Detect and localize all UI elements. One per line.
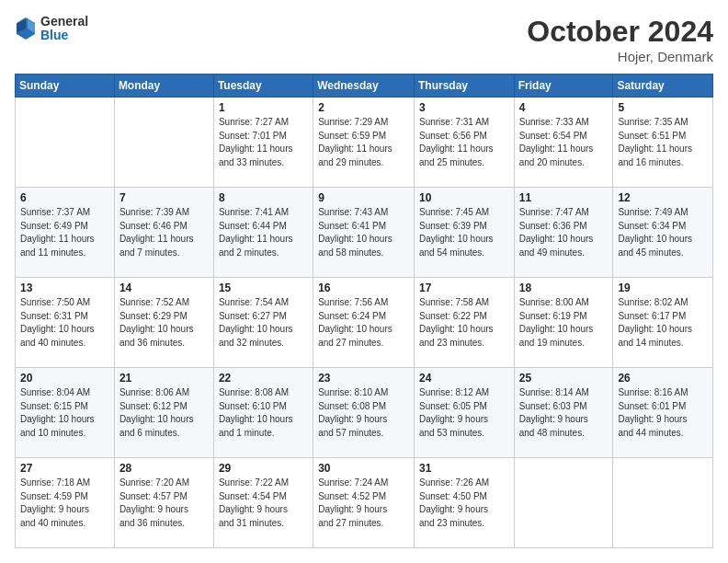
calendar-week-row: 6Sunrise: 7:37 AMSunset: 6:49 PMDaylight… xyxy=(16,188,713,278)
day-info: Sunrise: 8:08 AMSunset: 6:10 PMDaylight:… xyxy=(219,386,308,440)
table-row: 15Sunrise: 7:54 AMSunset: 6:27 PMDayligh… xyxy=(213,278,313,368)
day-number: 28 xyxy=(119,462,209,475)
table-row xyxy=(514,458,613,548)
day-info: Sunrise: 8:04 AMSunset: 6:15 PMDaylight:… xyxy=(20,386,109,440)
day-info: Sunrise: 7:18 AMSunset: 4:59 PMDaylight:… xyxy=(20,477,109,530)
day-info: Sunrise: 7:50 AMSunset: 6:31 PMDaylight:… xyxy=(20,296,109,350)
day-info: Sunrise: 7:49 AMSunset: 6:34 PMDaylight:… xyxy=(618,206,708,259)
day-info: Sunrise: 8:02 AMSunset: 6:17 PMDaylight:… xyxy=(618,296,708,350)
col-friday: Friday xyxy=(514,75,613,98)
table-row: 5Sunrise: 7:35 AMSunset: 6:51 PMDaylight… xyxy=(613,98,713,188)
day-info: Sunrise: 8:00 AMSunset: 6:19 PMDaylight:… xyxy=(519,296,609,350)
table-row: 9Sunrise: 7:43 AMSunset: 6:41 PMDaylight… xyxy=(313,188,415,278)
day-number: 17 xyxy=(419,282,509,294)
col-tuesday: Tuesday xyxy=(213,75,313,98)
day-info: Sunrise: 7:39 AMSunset: 6:46 PMDaylight:… xyxy=(119,206,209,259)
table-row: 22Sunrise: 8:08 AMSunset: 6:10 PMDayligh… xyxy=(213,368,313,458)
day-info: Sunrise: 7:45 AMSunset: 6:39 PMDaylight:… xyxy=(419,206,509,259)
table-row: 27Sunrise: 7:18 AMSunset: 4:59 PMDayligh… xyxy=(16,458,115,548)
logo-icon xyxy=(15,16,37,41)
table-row: 26Sunrise: 8:16 AMSunset: 6:01 PMDayligh… xyxy=(613,368,713,458)
day-number: 2 xyxy=(318,101,409,114)
day-info: Sunrise: 7:29 AMSunset: 6:59 PMDaylight:… xyxy=(318,116,409,169)
day-info: Sunrise: 7:58 AMSunset: 6:22 PMDaylight:… xyxy=(419,296,509,350)
table-row: 11Sunrise: 7:47 AMSunset: 6:36 PMDayligh… xyxy=(514,188,613,278)
table-row: 31Sunrise: 7:26 AMSunset: 4:50 PMDayligh… xyxy=(414,458,514,548)
day-number: 6 xyxy=(20,191,109,204)
logo-blue-text: Blue xyxy=(40,29,88,42)
title-block: October 2024 Hojer, Denmark xyxy=(527,15,713,64)
day-number: 29 xyxy=(219,462,308,475)
logo-general-text: General xyxy=(40,15,88,29)
day-info: Sunrise: 7:41 AMSunset: 6:44 PMDaylight:… xyxy=(219,206,308,259)
table-row: 10Sunrise: 7:45 AMSunset: 6:39 PMDayligh… xyxy=(414,188,514,278)
table-row: 23Sunrise: 8:10 AMSunset: 6:08 PMDayligh… xyxy=(313,368,415,458)
location: Hojer, Denmark xyxy=(527,49,713,64)
day-number: 4 xyxy=(519,101,609,114)
day-info: Sunrise: 7:37 AMSunset: 6:49 PMDaylight:… xyxy=(20,206,109,259)
calendar-header-row: Sunday Monday Tuesday Wednesday Thursday… xyxy=(16,75,713,98)
day-info: Sunrise: 7:20 AMSunset: 4:57 PMDaylight:… xyxy=(119,477,209,530)
table-row: 18Sunrise: 8:00 AMSunset: 6:19 PMDayligh… xyxy=(514,278,613,368)
table-row: 14Sunrise: 7:52 AMSunset: 6:29 PMDayligh… xyxy=(114,278,213,368)
col-saturday: Saturday xyxy=(613,75,713,98)
day-number: 31 xyxy=(419,462,509,475)
day-number: 25 xyxy=(519,372,609,385)
col-thursday: Thursday xyxy=(414,75,514,98)
logo-text: General Blue xyxy=(40,15,88,43)
day-number: 30 xyxy=(318,462,409,475)
table-row: 17Sunrise: 7:58 AMSunset: 6:22 PMDayligh… xyxy=(414,278,514,368)
day-info: Sunrise: 8:16 AMSunset: 6:01 PMDaylight:… xyxy=(618,386,708,440)
day-info: Sunrise: 8:10 AMSunset: 6:08 PMDaylight:… xyxy=(318,386,409,440)
table-row: 13Sunrise: 7:50 AMSunset: 6:31 PMDayligh… xyxy=(16,278,115,368)
day-number: 1 xyxy=(219,101,308,114)
table-row: 24Sunrise: 8:12 AMSunset: 6:05 PMDayligh… xyxy=(414,368,514,458)
day-info: Sunrise: 7:33 AMSunset: 6:54 PMDaylight:… xyxy=(519,116,609,169)
day-info: Sunrise: 7:26 AMSunset: 4:50 PMDaylight:… xyxy=(419,477,509,530)
day-number: 23 xyxy=(318,372,409,385)
day-number: 13 xyxy=(20,282,109,294)
day-number: 14 xyxy=(119,282,209,294)
day-number: 8 xyxy=(219,191,308,204)
calendar-page: General Blue October 2024 Hojer, Denmark… xyxy=(0,0,728,563)
day-info: Sunrise: 7:22 AMSunset: 4:54 PMDaylight:… xyxy=(219,477,308,530)
day-info: Sunrise: 7:56 AMSunset: 6:24 PMDaylight:… xyxy=(318,296,409,350)
day-number: 18 xyxy=(519,282,609,294)
day-number: 21 xyxy=(119,372,209,385)
day-number: 3 xyxy=(419,101,509,114)
calendar-table: Sunday Monday Tuesday Wednesday Thursday… xyxy=(15,74,713,548)
calendar-week-row: 13Sunrise: 7:50 AMSunset: 6:31 PMDayligh… xyxy=(16,278,713,368)
day-number: 9 xyxy=(318,191,409,204)
day-info: Sunrise: 7:31 AMSunset: 6:56 PMDaylight:… xyxy=(419,116,509,169)
table-row: 2Sunrise: 7:29 AMSunset: 6:59 PMDaylight… xyxy=(313,98,415,188)
table-row: 1Sunrise: 7:27 AMSunset: 7:01 PMDaylight… xyxy=(213,98,313,188)
day-info: Sunrise: 8:12 AMSunset: 6:05 PMDaylight:… xyxy=(419,386,509,440)
day-info: Sunrise: 7:43 AMSunset: 6:41 PMDaylight:… xyxy=(318,206,409,259)
day-info: Sunrise: 7:54 AMSunset: 6:27 PMDaylight:… xyxy=(219,296,308,350)
table-row: 21Sunrise: 8:06 AMSunset: 6:12 PMDayligh… xyxy=(114,368,213,458)
table-row xyxy=(114,98,213,188)
col-wednesday: Wednesday xyxy=(313,75,415,98)
table-row: 3Sunrise: 7:31 AMSunset: 6:56 PMDaylight… xyxy=(414,98,514,188)
calendar-week-row: 1Sunrise: 7:27 AMSunset: 7:01 PMDaylight… xyxy=(16,98,713,188)
day-info: Sunrise: 7:52 AMSunset: 6:29 PMDaylight:… xyxy=(119,296,209,350)
calendar-week-row: 27Sunrise: 7:18 AMSunset: 4:59 PMDayligh… xyxy=(16,458,713,548)
day-number: 19 xyxy=(618,282,708,294)
day-info: Sunrise: 7:35 AMSunset: 6:51 PMDaylight:… xyxy=(618,116,708,169)
col-sunday: Sunday xyxy=(16,75,115,98)
day-number: 5 xyxy=(618,101,708,114)
table-row: 20Sunrise: 8:04 AMSunset: 6:15 PMDayligh… xyxy=(16,368,115,458)
table-row: 6Sunrise: 7:37 AMSunset: 6:49 PMDaylight… xyxy=(16,188,115,278)
table-row: 16Sunrise: 7:56 AMSunset: 6:24 PMDayligh… xyxy=(313,278,415,368)
day-number: 15 xyxy=(219,282,308,294)
logo: General Blue xyxy=(15,15,88,43)
table-row: 25Sunrise: 8:14 AMSunset: 6:03 PMDayligh… xyxy=(514,368,613,458)
month-title: October 2024 xyxy=(527,15,713,49)
calendar-week-row: 20Sunrise: 8:04 AMSunset: 6:15 PMDayligh… xyxy=(16,368,713,458)
day-number: 7 xyxy=(119,191,209,204)
day-info: Sunrise: 8:14 AMSunset: 6:03 PMDaylight:… xyxy=(519,386,609,440)
col-monday: Monday xyxy=(114,75,213,98)
day-info: Sunrise: 7:24 AMSunset: 4:52 PMDaylight:… xyxy=(318,477,409,530)
table-row: 28Sunrise: 7:20 AMSunset: 4:57 PMDayligh… xyxy=(114,458,213,548)
day-number: 22 xyxy=(219,372,308,385)
